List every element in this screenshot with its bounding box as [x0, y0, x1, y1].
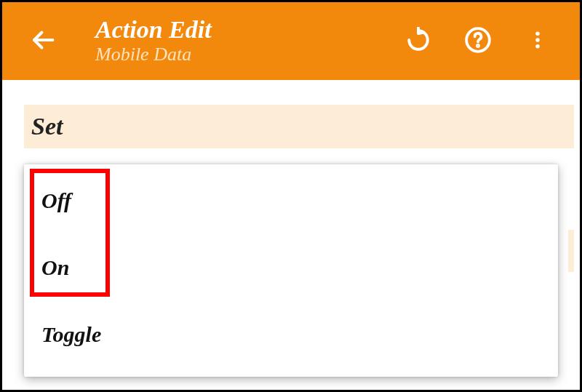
option-label: On: [41, 255, 69, 280]
appbar-titles: Action Edit Mobile Data: [95, 17, 402, 66]
overflow-menu-button[interactable]: [522, 25, 554, 57]
page-title: Action Edit: [95, 17, 402, 43]
more-vert-icon: [527, 27, 549, 56]
undo-button[interactable]: [402, 25, 434, 57]
set-section-header[interactable]: Set: [24, 105, 574, 148]
option-off[interactable]: Off: [24, 167, 558, 234]
help-icon: [464, 26, 492, 57]
svg-point-3: [535, 31, 540, 36]
set-dropdown-menu: Off On Toggle: [24, 164, 558, 377]
app-window: Action Edit Mobile Data: [2, 2, 580, 390]
option-on[interactable]: On: [24, 234, 558, 301]
appbar-actions: [402, 25, 554, 57]
content-area: Set Off On Toggle: [2, 80, 580, 390]
app-bar: Action Edit Mobile Data: [2, 2, 580, 80]
back-button[interactable]: [27, 25, 59, 57]
svg-point-4: [535, 38, 540, 42]
option-label: Toggle: [41, 322, 101, 347]
background-row-peek: [568, 230, 574, 272]
option-toggle[interactable]: Toggle: [24, 301, 558, 368]
help-button[interactable]: [462, 25, 494, 57]
option-label: Off: [41, 188, 71, 213]
svg-point-2: [477, 44, 479, 46]
undo-icon: [405, 27, 431, 56]
svg-point-5: [535, 44, 540, 49]
set-section-label: Set: [31, 113, 63, 140]
back-arrow-icon: [30, 27, 56, 56]
page-subtitle: Mobile Data: [95, 44, 402, 65]
